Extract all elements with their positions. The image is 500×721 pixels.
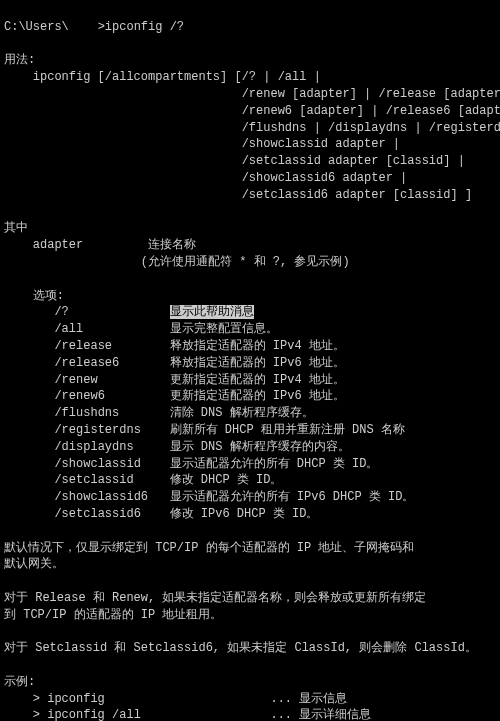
option-row: /displaydns 显示 DNS 解析程序缓存的内容。	[4, 440, 350, 454]
examples-header: 示例:	[4, 675, 35, 689]
example-row: > ipconfig ... 显示信息	[4, 692, 347, 706]
usage-line: ipconfig [/allcompartments] [/? | /all |	[4, 70, 321, 84]
body-para: 对于 Setclassid 和 Setclassid6, 如果未指定 Class…	[4, 641, 477, 655]
usage-line: /showclassid adapter |	[4, 137, 400, 151]
prompt-line: C:\Users\████>ipconfig /?	[4, 20, 184, 34]
option-row: /? 显示此帮助消息	[4, 305, 254, 319]
option-desc: 修改 DHCP 类 ID。	[170, 473, 283, 487]
option-desc: 更新指定适配器的 IPv6 地址。	[170, 389, 345, 403]
option-desc: 更新指定适配器的 IPv4 地址。	[170, 373, 345, 387]
option-row: /setclassid6 修改 IPv6 DHCP 类 ID。	[4, 507, 318, 521]
body-para: 对于 Release 和 Renew, 如果未指定适配器名称，则会释放或更新所有…	[4, 591, 426, 622]
option-flag: /setclassid6	[54, 507, 140, 521]
example-cmd: > ipconfig /all	[33, 708, 141, 721]
option-flag: /showclassid	[54, 457, 140, 471]
usage-header: 用法:	[4, 53, 35, 67]
option-desc: 清除 DNS 解析程序缓存。	[170, 406, 314, 420]
terminal-output: C:\Users\████>ipconfig /? 用法: ipconfig […	[0, 0, 500, 721]
option-desc: 显示适配器允许的所有 IPv6 DHCP 类 ID。	[170, 490, 415, 504]
option-flag: /release	[54, 339, 112, 353]
usage-line: /showclassid6 adapter |	[4, 171, 407, 185]
option-desc: 刷新所有 DHCP 租用并重新注册 DNS 名称	[170, 423, 405, 437]
prompt-cmd: >ipconfig /?	[98, 20, 184, 34]
option-row: /showclassid6 显示适配器允许的所有 IPv6 DHCP 类 ID。	[4, 490, 414, 504]
example-desc: 显示信息	[299, 692, 347, 706]
example-cmd: > ipconfig	[33, 692, 105, 706]
usage-line: /flushdns | /displaydns | /registerdns |	[4, 121, 500, 135]
usage-line: /renew6 [adapter] | /release6 [adapter] …	[4, 104, 500, 118]
option-row: /release6 释放指定适配器的 IPv6 地址。	[4, 356, 345, 370]
option-desc: 修改 IPv6 DHCP 类 ID。	[170, 507, 319, 521]
option-flag: /displaydns	[54, 440, 133, 454]
option-desc: 显示适配器允许的所有 DHCP 类 ID。	[170, 457, 379, 471]
option-desc: 释放指定适配器的 IPv6 地址。	[170, 356, 345, 370]
usage-line: /renew [adapter] | /release [adapter] |	[4, 87, 500, 101]
where-line: adapter 连接名称	[4, 238, 196, 252]
usage-line: /setclassid6 adapter [classid] ]	[4, 188, 472, 202]
option-flag: /?	[54, 305, 68, 319]
prompt-user-redacted: ████	[69, 19, 98, 36]
example-row: > ipconfig /all ... 显示详细信息	[4, 708, 371, 721]
option-desc: 释放指定适配器的 IPv4 地址。	[170, 339, 345, 353]
option-row: /renew6 更新指定适配器的 IPv6 地址。	[4, 389, 345, 403]
option-flag: /setclassid	[54, 473, 133, 487]
option-desc: 显示 DNS 解析程序缓存的内容。	[170, 440, 350, 454]
where-header: 其中	[4, 221, 28, 235]
option-desc-highlight: 显示此帮助消息	[170, 305, 254, 319]
where-line: (允许使用通配符 * 和 ?, 参见示例)	[4, 255, 350, 269]
options-header: 选项:	[4, 289, 64, 303]
option-flag: /renew6	[54, 389, 104, 403]
option-desc: 显示完整配置信息。	[170, 322, 278, 336]
option-flag: /flushdns	[54, 406, 119, 420]
option-row: /setclassid 修改 DHCP 类 ID。	[4, 473, 282, 487]
usage-line: /setclassid adapter [classid] |	[4, 154, 465, 168]
option-row: /all 显示完整配置信息。	[4, 322, 278, 336]
option-flag: /showclassid6	[54, 490, 148, 504]
option-flag: /renew	[54, 373, 97, 387]
prompt-path: C:\Users\	[4, 20, 69, 34]
body-para: 默认情况下，仅显示绑定到 TCP/IP 的每个适配器的 IP 地址、子网掩码和 …	[4, 541, 414, 572]
option-row: /registerdns 刷新所有 DHCP 租用并重新注册 DNS 名称	[4, 423, 405, 437]
option-row: /release 释放指定适配器的 IPv4 地址。	[4, 339, 345, 353]
example-desc: 显示详细信息	[299, 708, 371, 721]
option-row: /showclassid 显示适配器允许的所有 DHCP 类 ID。	[4, 457, 378, 471]
option-row: /renew 更新指定适配器的 IPv4 地址。	[4, 373, 345, 387]
option-flag: /all	[54, 322, 83, 336]
option-flag: /release6	[54, 356, 119, 370]
option-flag: /registerdns	[54, 423, 140, 437]
option-row: /flushdns 清除 DNS 解析程序缓存。	[4, 406, 314, 420]
